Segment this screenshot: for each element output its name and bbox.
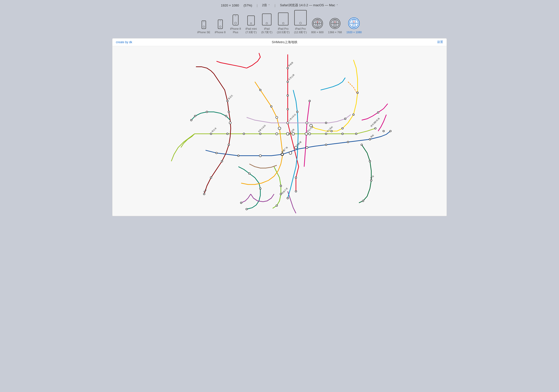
- page-title: SHMetro上海地铁: [272, 40, 297, 44]
- svg-point-29: [287, 67, 289, 69]
- compass-1366-icon: [329, 18, 340, 29]
- device-label: 800 × 600: [311, 30, 323, 34]
- svg-point-70: [331, 130, 332, 132]
- iphone-se-icon: [202, 20, 206, 29]
- svg-point-87: [377, 112, 379, 113]
- device-ipad-pro-129[interactable]: iPad Pro(12.9英寸): [294, 10, 307, 34]
- browser-label: Safari浏览器 14.0.2 — macOS — Mac: [280, 3, 335, 7]
- svg-point-24: [278, 127, 281, 130]
- svg-point-60: [203, 193, 205, 195]
- svg-point-42: [325, 133, 327, 135]
- zoom-value: 2倍: [262, 3, 267, 7]
- create-link[interactable]: create by dk: [116, 40, 132, 44]
- device-label: iPad Pro(12.9英寸): [294, 27, 307, 34]
- svg-point-31: [287, 95, 289, 96]
- svg-point-67: [342, 127, 343, 129]
- browser-caret: ⌃: [336, 4, 338, 7]
- svg-point-80: [369, 160, 371, 162]
- device-label: iPhone SE: [197, 30, 210, 34]
- svg-point-40: [276, 133, 278, 135]
- divider-2: |: [275, 3, 275, 7]
- device-label: iPad mini(7.9英寸): [246, 27, 257, 34]
- svg-point-72: [260, 188, 261, 190]
- svg-point-49: [281, 153, 283, 155]
- svg-point-84: [194, 115, 196, 117]
- device-label: 1366 × 768: [328, 30, 342, 34]
- device-ipad[interactable]: iPad(9.7英寸): [261, 13, 273, 34]
- svg-point-55: [228, 111, 230, 113]
- compass-1920-icon: [348, 17, 360, 29]
- svg-point-58: [221, 160, 223, 162]
- svg-point-81: [370, 180, 372, 181]
- svg-point-33: [287, 122, 289, 124]
- svg-point-25: [276, 116, 278, 118]
- device-1366x768[interactable]: 1366 × 768: [328, 18, 342, 34]
- toolbar: 1920 × 1080 (57%) | 2倍 ⌃ | Safari浏览器 14.…: [0, 0, 559, 38]
- settings-link[interactable]: 设置: [437, 40, 443, 44]
- zoom-control[interactable]: 2倍 ⌃: [262, 3, 270, 7]
- zoom-caret: ⌃: [268, 4, 270, 7]
- metro-map-container: 富锦路 宝安公路 上海火车站 徐泾东 张江高科 浦东国际机场 嘉定北 人民广场 …: [112, 46, 447, 216]
- svg-point-66: [344, 118, 346, 120]
- device-iphone-8-plus[interactable]: iPhone 8Plus: [230, 14, 241, 34]
- device-1920x1080[interactable]: 1920 × 1080: [346, 17, 362, 34]
- device-label: iPad Pro(10.5英寸): [277, 27, 290, 34]
- svg-point-79: [361, 144, 363, 146]
- main-content-area: create by dk SHMetro上海地铁 设置: [112, 38, 447, 216]
- svg-point-35: [295, 191, 297, 192]
- svg-point-51: [325, 144, 327, 146]
- ipad-mini-icon: [247, 15, 255, 25]
- resolution-display: 1920 × 1080: [221, 3, 239, 7]
- device-ipad-pro-105[interactable]: iPad Pro(10.5英寸): [277, 12, 290, 34]
- compass-800-icon: [312, 18, 323, 29]
- svg-point-78: [246, 208, 248, 210]
- device-label: iPad(9.7英寸): [261, 27, 273, 34]
- svg-point-86: [225, 115, 227, 117]
- svg-point-46: [216, 152, 217, 154]
- device-800x600[interactable]: 800 × 600: [311, 18, 323, 34]
- svg-point-20: [292, 132, 294, 135]
- svg-point-75: [276, 205, 278, 206]
- device-iphone-8[interactable]: iPhone 8: [215, 19, 226, 34]
- content-header: create by dk SHMetro上海地铁 设置: [112, 38, 447, 46]
- svg-point-21: [289, 152, 292, 154]
- iphone-8-icon: [218, 19, 223, 29]
- svg-point-82: [362, 200, 364, 202]
- svg-point-26: [305, 132, 308, 135]
- device-label: iPhone 8Plus: [230, 27, 241, 34]
- svg-point-32: [287, 108, 289, 110]
- device-ipad-mini[interactable]: iPad mini(7.9英寸): [246, 15, 257, 34]
- svg-point-68: [357, 92, 358, 94]
- svg-point-54: [227, 100, 228, 102]
- svg-point-52: [347, 141, 349, 143]
- ipad-pro-105-icon: [278, 12, 288, 25]
- svg-point-56: [229, 122, 231, 124]
- ipad-icon: [262, 13, 272, 25]
- browser-info[interactable]: Safari浏览器 14.0.2 — macOS — Mac ⌃: [280, 3, 338, 7]
- svg-point-73: [280, 185, 282, 187]
- device-label: iPhone 8: [215, 30, 226, 34]
- svg-point-38: [243, 133, 245, 135]
- svg-point-71: [249, 173, 250, 174]
- svg-point-77: [240, 202, 242, 204]
- svg-point-69: [353, 114, 354, 115]
- svg-point-28: [306, 122, 308, 124]
- svg-point-22: [294, 146, 297, 149]
- svg-point-64: [296, 111, 298, 113]
- svg-point-57: [228, 144, 230, 146]
- device-label: 1920 × 1080: [346, 30, 362, 34]
- iphone-8-plus-icon: [233, 14, 239, 25]
- ipad-pro-129-icon: [294, 10, 307, 25]
- svg-point-47: [238, 155, 239, 157]
- svg-point-88: [383, 130, 384, 132]
- device-iphone-se[interactable]: iPhone SE: [197, 20, 210, 34]
- svg-point-43: [342, 133, 343, 135]
- svg-point-62: [271, 106, 272, 107]
- svg-point-37: [227, 133, 228, 135]
- svg-point-34: [295, 177, 297, 179]
- svg-point-83: [191, 119, 192, 121]
- svg-point-41: [308, 133, 311, 135]
- svg-point-65: [325, 122, 327, 124]
- svg-point-30: [287, 81, 289, 83]
- svg-point-59: [210, 177, 212, 179]
